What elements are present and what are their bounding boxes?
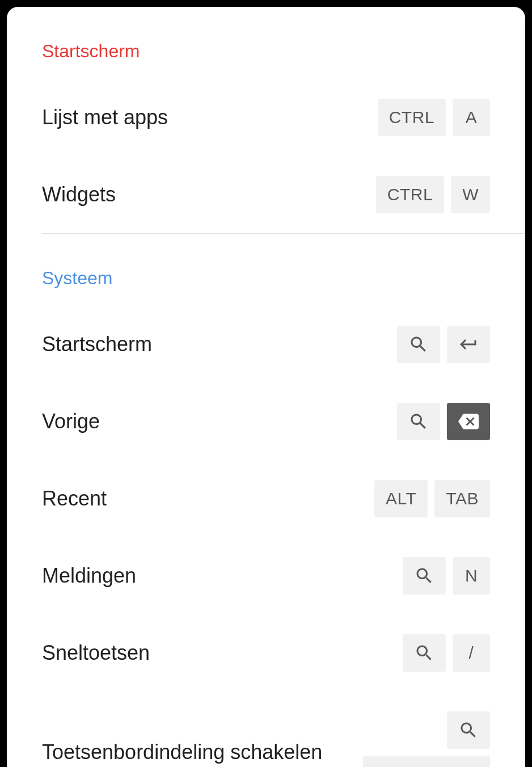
shortcut-label: Lijst met apps <box>42 104 378 131</box>
key-search-icon <box>403 634 446 672</box>
shortcuts-modal: Startscherm Lijst met apps CTRL A Widget… <box>7 7 525 767</box>
shortcut-row: Recent ALT TAB <box>7 460 525 537</box>
search-icon <box>414 566 434 586</box>
key-ctrl: CTRL <box>376 176 444 213</box>
search-icon <box>414 643 434 663</box>
section-title-startscherm: Startscherm <box>7 7 525 79</box>
key-spacebar: SPATIEBALK <box>363 756 490 767</box>
key-search-icon <box>397 403 440 440</box>
key-tab: TAB <box>434 480 490 517</box>
key-a: A <box>453 99 490 136</box>
shortcut-row: Sneltoetsen / <box>7 614 525 692</box>
key-n: N <box>453 557 490 595</box>
section-startscherm: Startscherm Lijst met apps CTRL A Widget… <box>7 7 525 233</box>
shortcut-keys: SPATIEBALK <box>363 711 490 767</box>
key-search-icon <box>447 711 490 749</box>
key-w: W <box>451 176 490 213</box>
key-backspace-icon <box>447 403 490 440</box>
shortcut-keys <box>397 326 490 363</box>
key-alt: ALT <box>374 480 428 517</box>
shortcut-keys: N <box>403 557 490 595</box>
search-icon <box>458 720 479 740</box>
shortcut-row: Widgets CTRL W <box>7 156 525 233</box>
shortcut-label: Toetsenbordindeling schakelen <box>42 739 363 766</box>
key-search-icon <box>397 326 440 363</box>
shortcut-keys: ALT TAB <box>374 480 490 517</box>
key-ctrl: CTRL <box>378 99 446 136</box>
shortcut-keys: CTRL W <box>376 176 490 213</box>
shortcut-label: Meldingen <box>42 563 403 589</box>
shortcut-label: Widgets <box>42 182 376 208</box>
search-icon <box>408 334 429 355</box>
shortcut-label: Vorige <box>42 408 397 435</box>
shortcut-row: Toetsenbordindeling schakelen SPATIEBALK <box>7 692 525 767</box>
key-enter-icon <box>447 326 490 363</box>
key-search-icon <box>403 557 446 595</box>
shortcut-row: Startscherm <box>7 306 525 383</box>
shortcut-row: Meldingen N <box>7 537 525 614</box>
section-systeem: Systeem Startscherm Vorige <box>7 234 525 767</box>
shortcut-keys <box>397 403 490 440</box>
search-icon <box>408 411 429 432</box>
section-title-systeem: Systeem <box>7 234 525 306</box>
shortcut-label: Sneltoetsen <box>42 640 403 667</box>
backspace-icon <box>458 411 479 432</box>
shortcut-label: Recent <box>42 486 374 512</box>
shortcut-keys: / <box>403 634 490 672</box>
shortcut-row: Vorige <box>7 383 525 460</box>
shortcut-label: Startscherm <box>42 331 397 358</box>
shortcut-keys: CTRL A <box>378 99 490 136</box>
key-slash: / <box>453 634 490 672</box>
enter-icon <box>458 334 479 355</box>
shortcut-row: Lijst met apps CTRL A <box>7 79 525 156</box>
